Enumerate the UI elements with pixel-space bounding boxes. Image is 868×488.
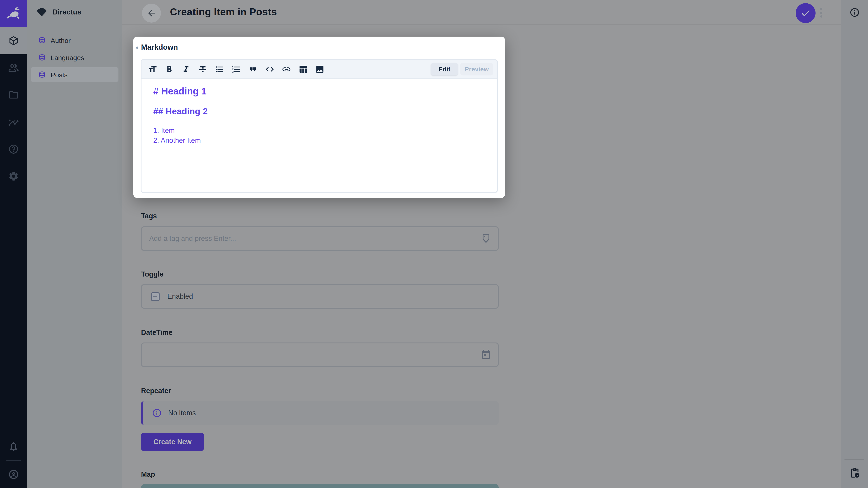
map-canvas[interactable] — [141, 484, 499, 488]
directus-rabbit-icon — [6, 7, 21, 20]
database-icon — [38, 36, 46, 44]
module-users[interactable] — [0, 54, 27, 81]
sidebar-item-label: Posts — [51, 71, 68, 78]
bulleted-list-icon[interactable] — [211, 60, 228, 78]
info-sidebar-button[interactable] — [841, 7, 868, 18]
people-icon — [8, 62, 19, 73]
project-header[interactable]: Directus — [27, 0, 122, 24]
check-icon — [800, 8, 811, 19]
sidebar-item-languages[interactable]: Languages — [31, 50, 119, 65]
account-circle-icon — [8, 469, 19, 480]
create-new-button[interactable]: Create New — [141, 433, 204, 451]
help-icon — [8, 144, 19, 155]
database-icon — [38, 53, 46, 61]
bell-icon — [8, 441, 19, 452]
module-insights[interactable] — [0, 108, 27, 135]
project-name: Directus — [53, 8, 81, 16]
quote-icon[interactable] — [245, 60, 261, 78]
spotlight-dot-icon — [136, 46, 138, 49]
tags-input[interactable] — [142, 234, 480, 242]
markdown-textarea[interactable]: # Heading 1 ## Heading 2 1. Item 2. Anot… — [142, 79, 497, 145]
more-vert-icon — [820, 8, 822, 10]
sidebar-item-label: Languages — [51, 54, 84, 61]
tag-icon — [480, 233, 491, 244]
datetime-input[interactable] — [142, 351, 480, 359]
directus-app: Directus Author Languages Posts — [0, 0, 868, 488]
table-icon[interactable] — [295, 60, 311, 78]
info-icon — [849, 7, 860, 18]
markdown-field-card: Markdown — [133, 37, 505, 198]
arrow-left-icon — [147, 8, 156, 18]
sidebar-divider — [844, 459, 864, 459]
database-icon — [38, 70, 46, 78]
more-vert-icon — [820, 11, 822, 14]
right-sidebar — [841, 0, 868, 488]
link-icon[interactable] — [278, 60, 295, 78]
module-bar — [0, 0, 27, 488]
insights-icon — [8, 117, 19, 127]
repeater-empty-text: No items — [168, 409, 196, 417]
notifications-button[interactable] — [0, 433, 27, 460]
toggle-box: Enabled — [141, 284, 499, 308]
fan-icon — [36, 8, 48, 16]
module-files[interactable] — [0, 81, 27, 108]
markdown-line: 1. Item — [153, 126, 488, 135]
account-button[interactable] — [0, 461, 27, 488]
save-button[interactable] — [796, 3, 815, 23]
tags-input-box — [141, 226, 499, 251]
more-vert-icon — [820, 15, 822, 18]
markdown-editor: Edit Preview # Heading 1 ## Heading 2 1.… — [141, 59, 498, 193]
page-title: Creating Item in Posts — [170, 0, 277, 24]
folder-icon — [8, 90, 19, 100]
info-icon — [152, 408, 162, 418]
module-content[interactable] — [0, 27, 27, 54]
nav-sidebar: Directus Author Languages Posts — [27, 0, 122, 488]
page-header: Creating Item in Posts — [122, 0, 841, 25]
directus-logo[interactable] — [0, 0, 27, 27]
gear-icon — [8, 171, 19, 182]
markdown-line: 2. Another Item — [153, 135, 488, 145]
datetime-field-label: DateTime — [141, 328, 499, 337]
back-button[interactable] — [142, 4, 161, 23]
sidebar-item-posts[interactable]: Posts — [31, 67, 119, 82]
toggle-field-label: Toggle — [141, 270, 499, 278]
revisions-sidebar-button[interactable] — [841, 467, 868, 479]
sidebar-item-author[interactable]: Author — [31, 33, 119, 47]
markdown-field-label: Markdown — [141, 43, 178, 52]
indeterminate-checkbox-icon[interactable] — [151, 292, 160, 301]
bold-icon[interactable] — [161, 60, 178, 78]
repeater-field-label: Repeater — [141, 387, 499, 395]
markdown-line: # Heading 1 — [153, 86, 488, 97]
tags-field-label: Tags — [141, 212, 499, 220]
strikethrough-icon[interactable] — [194, 60, 211, 78]
image-icon[interactable] — [311, 60, 328, 78]
code-icon[interactable] — [261, 60, 278, 78]
markdown-line: ## Heading 2 — [153, 105, 488, 117]
tab-edit[interactable]: Edit — [431, 63, 458, 75]
italic-icon[interactable] — [178, 60, 194, 78]
more-options-button[interactable] — [818, 8, 824, 18]
markdown-toolbar: Edit Preview — [142, 60, 497, 79]
module-docs[interactable] — [0, 135, 27, 163]
numbered-list-icon[interactable] — [228, 60, 245, 78]
format-size-icon[interactable] — [144, 60, 161, 78]
calendar-icon[interactable] — [480, 349, 491, 360]
map-field-label: Map — [141, 470, 499, 479]
cube-icon — [8, 35, 19, 46]
datetime-input-box — [141, 343, 499, 367]
sidebar-item-label: Author — [51, 36, 70, 44]
repeater-empty-notice: No items — [141, 401, 499, 425]
toggle-state-label: Enabled — [167, 292, 193, 300]
tab-preview[interactable]: Preview — [460, 63, 493, 75]
module-settings[interactable] — [0, 163, 27, 190]
pending-actions-icon — [849, 467, 860, 479]
